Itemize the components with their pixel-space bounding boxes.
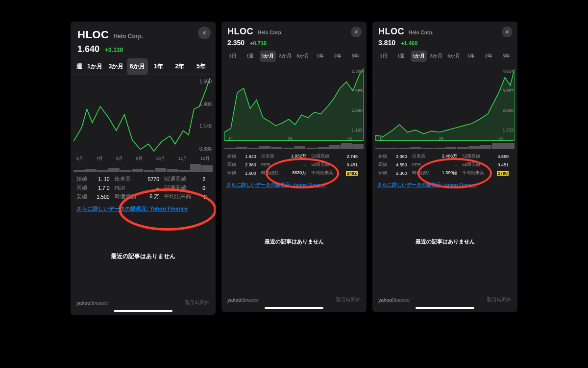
ylabel: 1.660 [199,79,212,84]
tab-1w[interactable]: 1週 [393,51,410,62]
tab-2y[interactable]: 2年 [330,51,346,62]
date-caption: 12/9 [129,318,157,335]
tab-6m[interactable]: 6か月 [445,51,462,62]
price-row: 1.640 +0.130 [71,44,216,58]
header: HLOC Helo Corp. × [372,22,517,39]
tab-1y[interactable]: 1年 [463,51,480,62]
footer: yahoo!finance 取引時間外 [71,295,216,310]
date-caption: 12/11 [427,315,463,332]
chart-area[interactable]: 2.380 1.985 1.590 1.195 [224,67,364,134]
footer: yahoo!finance 取引時間外 [372,292,517,307]
tab-2y[interactable]: 2年 [481,51,497,62]
close-icon: × [505,28,509,36]
yahoo-logo: yahoo!finance [227,297,259,303]
phone-panel-1: HLOC Helo Corp. × 1.640 +0.130 週 1か月 3か月… [71,22,216,315]
header: HLOC Helo Corp. × [71,22,216,44]
tab-3m[interactable]: 3か月 [428,51,444,62]
tab-3m[interactable]: 3か月 [277,51,294,62]
stats-table: 始値1.640 出来高1.932万 52週高値2.745 高値2.360 PER… [221,149,367,179]
price-chart [74,77,213,160]
ticker-symbol: HLOC [77,28,109,41]
close-button[interactable]: × [351,26,362,37]
company-name: Helo Corp. [409,30,434,35]
no-news-message: 最近の記事はありません [372,191,517,292]
range-tabs: 週 1か月 3か月 6か月 1年 2年 5年 [71,58,216,75]
price-change: +1.460 [401,40,417,46]
tab-1m[interactable]: 1か月 [411,51,427,62]
tab-week[interactable]: 週 [74,58,84,75]
tab-1m[interactable]: 1か月 [260,51,276,62]
ylabel: 1.145 [199,124,212,129]
tab-5y[interactable]: 5年 [498,51,514,62]
price-value: 3.810 [378,39,395,47]
panel-wrap-2: HLOC Helo Corp. × 2.350 +0.710 1日 1週 1か月… [221,22,367,332]
company-name: Helo Corp. [113,33,143,40]
letterbox-bottom [0,349,588,368]
phone-panel-2: HLOC Helo Corp. × 2.350 +0.710 1日 1週 1か月… [221,22,367,312]
tab-6m[interactable]: 6か月 [127,58,148,75]
tab-1m[interactable]: 1か月 [84,58,105,75]
price-row: 3.810 +1.460 [372,39,517,49]
tab-5y[interactable]: 5年 [191,58,212,75]
close-icon: × [354,28,358,36]
price-value: 1.640 [77,44,99,54]
tab-1w[interactable]: 1週 [242,51,259,62]
tab-1y[interactable]: 1年 [312,51,329,62]
home-indicator[interactable] [114,310,172,312]
range-tabs: 1日 1週 1か月 3か月 6か月 1年 2年 5年 [221,49,367,65]
y-axis-labels: 2.380 1.985 1.590 1.195 [351,67,363,134]
no-news-message: 最近の記事はありません [71,217,216,295]
ticker-symbol: HLOC [227,26,253,37]
avgvol-highlight: 2798 [497,171,509,176]
y-axis-labels: 4.624 3.657 2.690 1.723 [502,67,514,134]
price-change: +0.710 [250,40,267,46]
panel-wrap-1: HLOC Helo Corp. × 1.640 +0.130 週 1か月 3か月… [71,22,216,335]
home-indicator[interactable] [265,307,323,309]
tab-5y[interactable]: 5年 [347,51,364,62]
ylabel: 0.888 [199,146,212,152]
price-row: 2.350 +0.710 [221,39,367,49]
close-button[interactable]: × [198,26,211,39]
panels-container: HLOC Helo Corp. × 1.640 +0.130 週 1か月 3か月… [0,19,588,349]
price-change: +0.130 [105,47,123,53]
yahoo-logo: yahoo!finance [378,297,410,303]
tab-2y[interactable]: 2年 [169,58,190,75]
volume-bars [375,142,514,149]
company-name: Helo Corp. [258,30,283,35]
ticker-symbol: HLOC [378,26,404,37]
date-caption: 12/10 [276,315,312,332]
panel-wrap-3: HLOC Helo Corp. × 3.810 +1.460 1日 1週 1か月… [372,22,517,332]
volume-bars [224,142,364,149]
tab-3m[interactable]: 3か月 [105,58,126,75]
stats-table: 始値2.360 出来高2.486万 52週高値4.550 高値4.550 PER… [372,149,517,179]
close-icon: × [202,29,206,37]
yahoo-logo: yahoo!finance [76,300,108,306]
letterbox-top [0,0,588,19]
tab-1d[interactable]: 1日 [375,51,392,62]
price-chart [375,67,514,141]
y-axis-labels: 1.660 1.403 1.145 0.888 [199,77,212,154]
yahoo-finance-link[interactable]: さらに詳しいデータの提供元: Yahoo Finance [71,203,216,217]
price-value: 2.350 [227,39,245,47]
ylabel: 1.403 [199,102,212,107]
phone-panel-3: HLOC Helo Corp. × 3.810 +1.460 1日 1週 1か月… [372,22,517,312]
tab-1y[interactable]: 1年 [148,58,169,75]
footer: yahoo!finance 取引時間外 [221,292,367,307]
volume-bars [74,163,213,172]
price-chart [224,67,364,141]
home-indicator[interactable] [416,307,474,309]
yahoo-finance-link[interactable]: さらに詳しいデータの提供元: Yahoo Finance [221,179,367,191]
avgvol-highlight: 2492 [346,171,358,176]
chart-area[interactable]: 1.660 1.403 1.145 0.888 [74,77,213,154]
market-status: 取引時間外 [487,296,512,303]
market-status: 取引時間外 [185,299,210,306]
chart-area[interactable]: 4.624 3.657 2.690 1.723 [375,67,514,134]
close-button[interactable]: × [502,26,513,37]
header: HLOC Helo Corp. × [221,22,367,39]
no-news-message: 最近の記事はありません [221,191,367,292]
market-status: 取引時間外 [336,296,361,303]
range-tabs: 1日 1週 1か月 3か月 6か月 1年 2年 5年 [372,49,517,65]
yahoo-finance-link[interactable]: さらに詳しいデータの提供元: Yahoo Finance [372,179,517,191]
tab-6m[interactable]: 6か月 [294,51,311,62]
tab-1d[interactable]: 1日 [224,51,241,62]
